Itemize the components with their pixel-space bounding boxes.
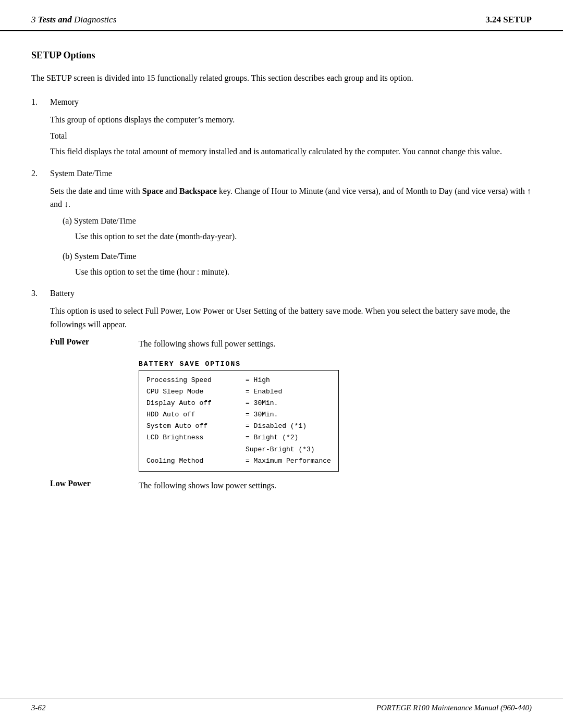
battery-val-6: Super-Bright (*3)	[246, 444, 331, 455]
battery-row-5: LCD Brightness = Bright (*2)	[146, 432, 331, 443]
battery-key-7: Cooling Method	[146, 455, 246, 467]
datetime-sub-a: (a) System Date/Time Use this option to …	[63, 216, 532, 243]
header-chapter-bold: Tests and	[38, 15, 72, 24]
footer-page-number: 3-62	[31, 704, 46, 712]
content-area: SETUP Options The SETUP screen is divide…	[0, 50, 563, 492]
list-item-memory: 1. Memory This group of options displays…	[31, 97, 532, 158]
list-title-datetime: System Date/Time	[50, 169, 112, 178]
list-title-memory: Memory	[50, 97, 79, 107]
battery-row-7: Cooling Method = Maximum Performance	[146, 455, 331, 467]
datetime-bold1: Space	[142, 187, 163, 195]
datetime-sub-b-label: (b) System Date/Time	[63, 252, 532, 261]
page-footer: 3-62 PORTEGE R100 Maintenance Manual (96…	[0, 698, 563, 712]
memory-description: This group of options displays the compu…	[50, 113, 532, 127]
battery-val-3: = 30Min.	[246, 409, 331, 421]
list-item-battery: 3. Battery This option is used to select…	[31, 289, 532, 492]
battery-val-2: = 30Min.	[246, 398, 331, 409]
battery-box-title: BATTERY SAVE OPTIONS	[139, 360, 532, 368]
battery-key-3: HDD Auto off	[146, 409, 246, 421]
page: 3 Tests and Diagnostics 3.24 SETUP SETUP…	[0, 0, 563, 728]
datetime-desc-mid1: and	[163, 187, 179, 195]
list-number-3: 3.	[31, 289, 44, 298]
memory-sub-description: This field displays the total amount of …	[50, 145, 532, 158]
full-power-description: The following shows full power settings.	[139, 337, 275, 351]
header-chapter-prefix: 3	[31, 15, 38, 24]
low-power-row: Low Power The following shows low power …	[50, 479, 532, 492]
section-heading: SETUP Options	[31, 50, 532, 61]
battery-key-1: CPU Sleep Mode	[146, 386, 246, 398]
battery-row-1: CPU Sleep Mode = Enabled	[146, 386, 331, 398]
battery-row-3: HDD Auto off = 30Min.	[146, 409, 331, 421]
battery-key-0: Processing Speed	[146, 375, 246, 386]
battery-key-6	[146, 444, 246, 455]
footer-manual-title: PORTEGE R100 Maintenance Manual (960-440…	[376, 704, 532, 712]
memory-sub-label: Total	[50, 131, 532, 141]
memory-content: This group of options displays the compu…	[50, 113, 532, 158]
full-power-label: Full Power	[50, 337, 139, 347]
page-header: 3 Tests and Diagnostics 3.24 SETUP	[0, 0, 563, 31]
list-number-1: 1.	[31, 97, 44, 107]
datetime-sub-b-desc: Use this option to set the time (hour : …	[75, 265, 532, 279]
battery-row-2: Display Auto off = 30Min.	[146, 398, 331, 409]
battery-val-7: = Maximum Performance	[246, 455, 331, 467]
numbered-list: 1. Memory This group of options displays…	[31, 97, 532, 492]
list-title-battery: Battery	[50, 289, 75, 298]
datetime-desc-prefix: Sets the date and time with	[50, 187, 142, 195]
battery-row-6: Super-Bright (*3)	[146, 444, 331, 455]
header-left: 3 Tests and Diagnostics	[31, 15, 116, 25]
battery-options-section: Full Power The following shows full powe…	[50, 337, 532, 492]
datetime-sub-list: (a) System Date/Time Use this option to …	[63, 216, 532, 278]
battery-key-5: LCD Brightness	[146, 432, 246, 443]
battery-key-4: System Auto off	[146, 421, 246, 432]
battery-save-options-box: Processing Speed = High CPU Sleep Mode =…	[139, 370, 339, 472]
datetime-sub-a-label: (a) System Date/Time	[63, 216, 532, 226]
battery-key-2: Display Auto off	[146, 398, 246, 409]
battery-box-section: BATTERY SAVE OPTIONS Processing Speed = …	[139, 360, 532, 472]
header-chapter-suffix: Diagnostics	[72, 15, 116, 24]
battery-val-4: = Disabled (*1)	[246, 421, 331, 432]
battery-content: This option is used to select Full Power…	[50, 304, 532, 492]
header-section: 3.24 SETUP	[485, 15, 532, 25]
list-number-2: 2.	[31, 169, 44, 178]
battery-row-0: Processing Speed = High	[146, 375, 331, 386]
datetime-content: Sets the date and time with Space and Ba…	[50, 184, 532, 278]
battery-val-1: = Enabled	[246, 386, 331, 398]
low-power-label: Low Power	[50, 479, 139, 488]
battery-description: This option is used to select Full Power…	[50, 304, 532, 331]
list-item-datetime: 2. System Date/Time Sets the date and ti…	[31, 169, 532, 278]
full-power-row: Full Power The following shows full powe…	[50, 337, 532, 351]
low-power-description: The following shows low power settings.	[139, 479, 276, 492]
battery-val-5: = Bright (*2)	[246, 432, 331, 443]
datetime-sub-a-desc: Use this option to set the date (month-d…	[75, 230, 532, 243]
battery-val-0: = High	[246, 375, 331, 386]
datetime-bold2: Backspace	[179, 187, 217, 195]
datetime-description: Sets the date and time with Space and Ba…	[50, 184, 532, 211]
intro-paragraph: The SETUP screen is divided into 15 func…	[31, 71, 532, 85]
datetime-sub-b: (b) System Date/Time Use this option to …	[63, 252, 532, 279]
battery-row-4: System Auto off = Disabled (*1)	[146, 421, 331, 432]
